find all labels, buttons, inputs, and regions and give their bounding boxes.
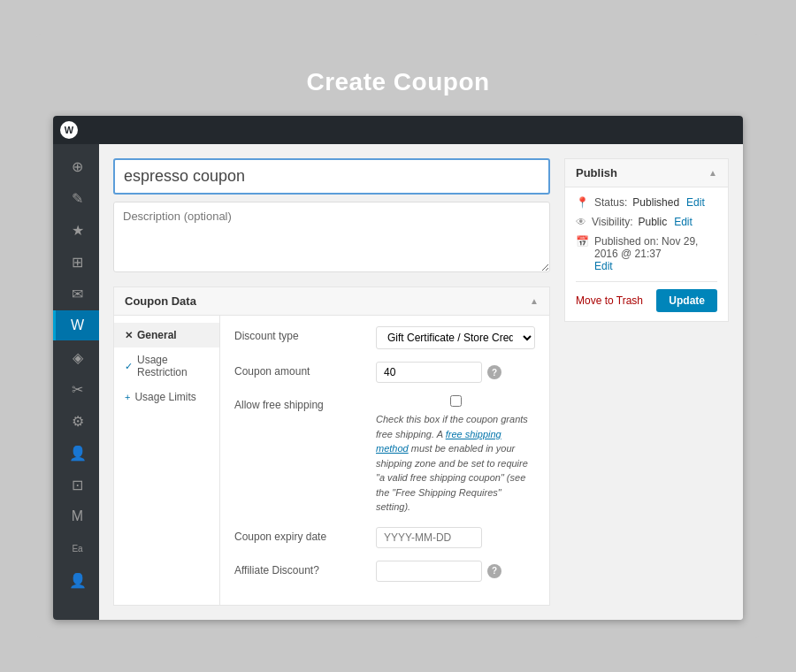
expiry-date-row: Coupon expiry date — [234, 527, 535, 548]
side-column: Publish ▲ 📍 Status: Published Edit — [564, 158, 729, 606]
coupon-data-layout: ✕ General ✓ Usage Restriction — [114, 316, 549, 605]
discount-type-select[interactable]: Gift Certificate / Store Cred Percentage… — [376, 326, 535, 349]
affiliate-discount-label: Affiliate Discount? — [234, 561, 367, 577]
published-label: Published on: — [594, 235, 659, 248]
sidebar-item-appearance[interactable]: M — [53, 501, 99, 531]
published-date-edit-link[interactable]: Edit — [594, 260, 717, 272]
outer-wrapper: Create Coupon W ⊕ ✎ ★ ⊞ ✉ W ◈ ✂ ⚙ 👤 ⊡ M … — [35, 34, 761, 638]
sidebar-item-comments[interactable]: ✉ — [53, 279, 99, 309]
publish-toggle[interactable]: ▲ — [708, 168, 717, 178]
sidebar-item-woo[interactable]: W — [53, 310, 99, 340]
status-label: Status: — [594, 196, 627, 209]
free-shipping-method-link[interactable]: free shipping method — [376, 429, 501, 454]
sidebar: ⊕ ✎ ★ ⊞ ✉ W ◈ ✂ ⚙ 👤 ⊡ M Ea 👤 — [53, 144, 99, 620]
sidebar-item-ea[interactable]: Ea — [53, 533, 99, 563]
tab-general[interactable]: ✕ General — [114, 323, 219, 347]
sidebar-item-media[interactable]: ★ — [53, 215, 99, 245]
tab-general-label: General — [137, 329, 177, 341]
published-date-block: Published on: Nov 29, 2016 @ 21:37 Edit — [594, 235, 717, 272]
coupon-fields: Discount type Gift Certificate / Store C… — [220, 316, 549, 605]
sidebar-item-dashboard[interactable]: ⊕ — [53, 151, 99, 181]
page-title: Create Coupon — [53, 68, 743, 96]
publish-divider — [576, 281, 717, 282]
publish-box: Publish ▲ 📍 Status: Published Edit — [564, 158, 729, 322]
coupon-data-header: Coupon Data ▲ — [114, 287, 549, 316]
trash-link[interactable]: Move to Trash — [576, 294, 643, 307]
admin-bar: W — [53, 116, 743, 144]
main-layout: ⊕ ✎ ★ ⊞ ✉ W ◈ ✂ ⚙ 👤 ⊡ M Ea 👤 — [53, 144, 743, 620]
sidebar-item-posts[interactable]: ✎ — [53, 183, 99, 213]
general-icon: ✕ — [125, 330, 133, 341]
discount-type-row: Discount type Gift Certificate / Store C… — [234, 326, 535, 349]
free-shipping-checkbox[interactable] — [450, 395, 462, 407]
publish-actions: Move to Trash Update — [576, 289, 717, 312]
coupon-amount-input[interactable] — [376, 362, 482, 383]
free-shipping-row: Allow free shipping Check this box if th… — [234, 395, 535, 515]
sidebar-item-bottom[interactable]: 👤 — [53, 565, 99, 595]
visibility-icon: 👁 — [576, 216, 586, 228]
shipping-description: Check this box if the coupon grants free… — [376, 412, 535, 515]
status-row: 📍 Status: Published Edit — [576, 196, 717, 209]
publish-title: Publish — [576, 166, 617, 179]
coupon-tabs: ✕ General ✓ Usage Restriction — [114, 316, 220, 605]
visibility-label: Visibility: — [592, 216, 632, 228]
visibility-value: Public — [638, 216, 667, 228]
expiry-date-label: Coupon expiry date — [234, 527, 367, 543]
publish-header: Publish ▲ — [565, 159, 728, 187]
tab-usage-restriction[interactable]: ✓ Usage Restriction — [114, 347, 219, 385]
sidebar-item-users[interactable]: 👤 — [53, 438, 99, 468]
coupon-data-title: Coupon Data — [125, 294, 196, 308]
expiry-date-field — [376, 527, 535, 548]
coupon-amount-row: Coupon amount ? — [234, 362, 535, 383]
discount-type-field: Gift Certificate / Store Cred Percentage… — [376, 326, 535, 349]
status-icon: 📍 — [576, 196, 589, 209]
affiliate-discount-row: Affiliate Discount? ? — [234, 561, 535, 582]
tab-usage-limits-label: Usage Limits — [134, 391, 195, 403]
expiry-date-input[interactable] — [376, 527, 482, 548]
tab-usage-limits[interactable]: + Usage Limits — [114, 385, 219, 409]
wp-logo-icon: W — [60, 121, 78, 139]
visibility-row: 👁 Visibility: Public Edit — [576, 216, 717, 228]
main-column: Coupon Data ▲ ✕ General — [113, 158, 550, 606]
tab-usage-restriction-label: Usage Restriction — [137, 354, 209, 378]
publish-body: 📍 Status: Published Edit 👁 Visibility: — [565, 187, 728, 321]
description-textarea[interactable] — [113, 202, 550, 272]
sidebar-item-plugins[interactable]: ⊡ — [53, 470, 99, 500]
discount-type-label: Discount type — [234, 326, 367, 342]
affiliate-discount-field: ? — [376, 561, 535, 582]
coupon-amount-help-icon[interactable]: ? — [487, 365, 501, 379]
coupon-data-toggle[interactable]: ▲ — [530, 296, 539, 306]
calendar-icon: 📅 — [576, 235, 589, 248]
page-title-bar: Create Coupon — [53, 52, 743, 116]
wp-window: W ⊕ ✎ ★ ⊞ ✉ W ◈ ✂ ⚙ 👤 ⊡ M Ea 👤 — [53, 116, 743, 620]
coupon-data-box: Coupon Data ▲ ✕ General — [113, 286, 550, 606]
sidebar-item-pages[interactable]: ⊞ — [53, 247, 99, 277]
coupon-amount-label: Coupon amount — [234, 362, 367, 378]
sidebar-item-settings[interactable]: ⚙ — [53, 406, 99, 436]
affiliate-discount-input[interactable] — [376, 561, 482, 582]
affiliate-discount-help-icon[interactable]: ? — [487, 564, 501, 578]
free-shipping-field: Check this box if the coupon grants free… — [376, 395, 535, 515]
status-edit-link[interactable]: Edit — [686, 196, 705, 209]
coupon-amount-field: ? — [376, 362, 535, 383]
usage-restriction-icon: ✓ — [125, 361, 133, 372]
sidebar-item-products[interactable]: ◈ — [53, 342, 99, 372]
free-shipping-label: Allow free shipping — [234, 395, 367, 411]
visibility-edit-link[interactable]: Edit — [674, 216, 693, 228]
usage-limits-icon: + — [125, 392, 130, 402]
coupon-title-input[interactable] — [113, 158, 550, 195]
status-value: Published — [632, 196, 679, 209]
update-button[interactable]: Update — [656, 289, 717, 312]
sidebar-item-tools[interactable]: ✂ — [53, 374, 99, 404]
content-area: Coupon Data ▲ ✕ General — [99, 144, 743, 620]
content-grid: Coupon Data ▲ ✕ General — [113, 158, 729, 606]
published-date-row: 📅 Published on: Nov 29, 2016 @ 21:37 Edi… — [576, 235, 717, 272]
